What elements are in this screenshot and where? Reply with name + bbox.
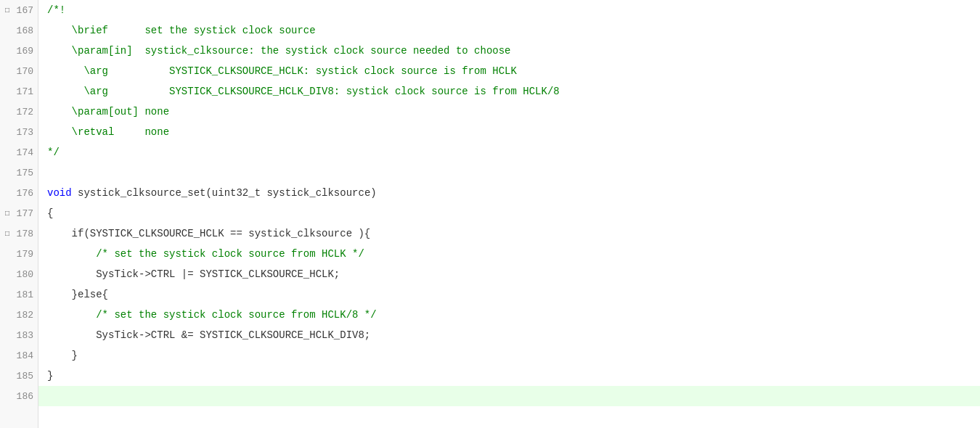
line-number-173: 173	[0, 122, 38, 142]
code-token: \arg SYSTICK_CLKSOURCE_HCLK_DIV8: systic…	[47, 86, 560, 97]
line-num-text-171: 171	[13, 86, 33, 97]
line-num-text-172: 172	[13, 107, 33, 118]
line-number-180: 180	[0, 264, 38, 284]
line-num-text-170: 170	[13, 66, 33, 77]
code-token: \arg SYSTICK_CLKSOURCE_HCLK: systick clo…	[47, 65, 517, 77]
line-number-177: □177	[0, 203, 38, 223]
line-number-178: □178	[0, 223, 38, 244]
line-num-text-178: 178	[13, 229, 33, 239]
fold-icon-174[interactable]	[3, 148, 12, 157]
fold-icon-182[interactable]	[3, 310, 12, 319]
code-line-172: \param[out] none	[38, 102, 980, 122]
code-line-168: \brief set the systick clock source	[38, 20, 980, 41]
line-num-text-167: 167	[13, 5, 33, 16]
line-number-175: 175	[0, 162, 38, 183]
fold-icon-172[interactable]	[3, 107, 12, 116]
code-token: }else{	[47, 289, 108, 300]
code-line-177: {	[38, 203, 980, 223]
code-token: \param[out] none	[47, 106, 169, 118]
fold-icon-173[interactable]	[3, 128, 12, 136]
code-line-180: SysTick->CTRL |= SYSTICK_CLKSOURCE_HCLK;	[38, 264, 980, 284]
line-number-179: 179	[0, 244, 38, 264]
line-number-170: 170	[0, 61, 38, 81]
line-num-text-169: 169	[13, 46, 33, 57]
code-token: /*!	[47, 4, 65, 16]
code-line-170: \arg SYSTICK_CLKSOURCE_HCLK: systick clo…	[38, 61, 980, 81]
code-content[interactable]: /*! \brief set the systick clock source …	[38, 0, 980, 428]
code-line-173: \retval none	[38, 122, 980, 142]
code-token: \brief set the systick clock source	[47, 25, 316, 36]
code-line-182: /* set the systick clock source from HCL…	[38, 305, 980, 325]
line-number-167: □167	[0, 0, 38, 20]
code-token: systick_clksource_set(uint32_t systick_c…	[72, 187, 377, 199]
fold-icon-186[interactable]	[3, 392, 12, 400]
line-number-172: 172	[0, 102, 38, 122]
line-num-text-180: 180	[13, 269, 33, 280]
line-number-183: 183	[0, 325, 38, 345]
code-token: void	[47, 187, 72, 199]
line-number-182: 182	[0, 305, 38, 325]
code-token: SysTick->CTRL |= SYSTICK_CLKSOURCE_HCLK;	[47, 268, 340, 280]
fold-icon-178[interactable]: □	[3, 229, 12, 238]
line-num-text-177: 177	[13, 208, 33, 219]
code-editor: □167168169170171172173174175176□177□1781…	[0, 0, 980, 428]
line-number-181: 181	[0, 284, 38, 305]
line-num-text-175: 175	[13, 168, 33, 178]
fold-icon-171[interactable]	[3, 87, 12, 96]
code-token: {	[47, 207, 53, 219]
fold-icon-175[interactable]	[3, 168, 12, 177]
code-token: /* set the systick clock source from HCL…	[47, 248, 364, 260]
code-token: }	[47, 350, 78, 361]
code-token: \param[in] systick_clksource: the systic…	[47, 45, 511, 57]
code-line-178: if(SYSTICK_CLKSOURCE_HCLK == systick_clk…	[38, 223, 980, 244]
line-number-184: 184	[0, 345, 38, 366]
fold-icon-170[interactable]	[3, 67, 12, 75]
fold-icon-184[interactable]	[3, 351, 12, 360]
fold-icon-177[interactable]: □	[3, 209, 12, 218]
code-line-185: }	[38, 366, 980, 386]
code-token: if(SYSTICK_CLKSOURCE_HCLK == systick_clk…	[47, 228, 370, 239]
code-line-186	[38, 386, 980, 406]
code-line-184: }	[38, 345, 980, 366]
fold-icon-168[interactable]	[3, 26, 12, 35]
line-num-text-181: 181	[13, 289, 33, 300]
fold-icon-179[interactable]	[3, 250, 12, 258]
fold-icon-169[interactable]	[3, 46, 12, 55]
line-number-169: 169	[0, 41, 38, 61]
line-num-text-184: 184	[13, 350, 33, 361]
fold-icon-183[interactable]	[3, 331, 12, 339]
line-num-text-173: 173	[13, 127, 33, 138]
code-token: \retval none	[47, 126, 169, 138]
line-num-text-168: 168	[13, 25, 33, 36]
line-number-176: 176	[0, 183, 38, 203]
line-num-text-185: 185	[13, 371, 33, 382]
fold-icon-176[interactable]	[3, 189, 12, 197]
code-token: }	[47, 370, 53, 382]
line-num-text-183: 183	[13, 330, 33, 341]
line-number-168: 168	[0, 20, 38, 41]
code-line-181: }else{	[38, 284, 980, 305]
fold-icon-185[interactable]	[3, 371, 12, 380]
line-num-text-186: 186	[13, 391, 33, 402]
code-line-176: void systick_clksource_set(uint32_t syst…	[38, 183, 980, 203]
line-number-185: 185	[0, 366, 38, 386]
line-number-186: 186	[0, 386, 38, 406]
fold-icon-181[interactable]	[3, 290, 12, 299]
code-line-167: /*!	[38, 0, 980, 20]
code-line-175	[38, 162, 980, 183]
code-line-169: \param[in] systick_clksource: the systic…	[38, 41, 980, 61]
line-num-text-174: 174	[13, 147, 33, 158]
code-line-183: SysTick->CTRL &= SYSTICK_CLKSOURCE_HCLK_…	[38, 325, 980, 345]
code-line-174: */	[38, 142, 980, 162]
code-token: /* set the systick clock source from HCL…	[47, 309, 377, 321]
line-num-text-176: 176	[13, 188, 33, 199]
code-line-171: \arg SYSTICK_CLKSOURCE_HCLK_DIV8: systic…	[38, 81, 980, 102]
line-number-174: 174	[0, 142, 38, 162]
code-token: */	[47, 147, 60, 158]
fold-icon-180[interactable]	[3, 270, 12, 279]
fold-icon-167[interactable]: □	[3, 6, 12, 15]
line-num-text-182: 182	[13, 310, 33, 321]
line-number-171: 171	[0, 81, 38, 102]
line-num-text-179: 179	[13, 249, 33, 260]
code-line-179: /* set the systick clock source from HCL…	[38, 244, 980, 264]
